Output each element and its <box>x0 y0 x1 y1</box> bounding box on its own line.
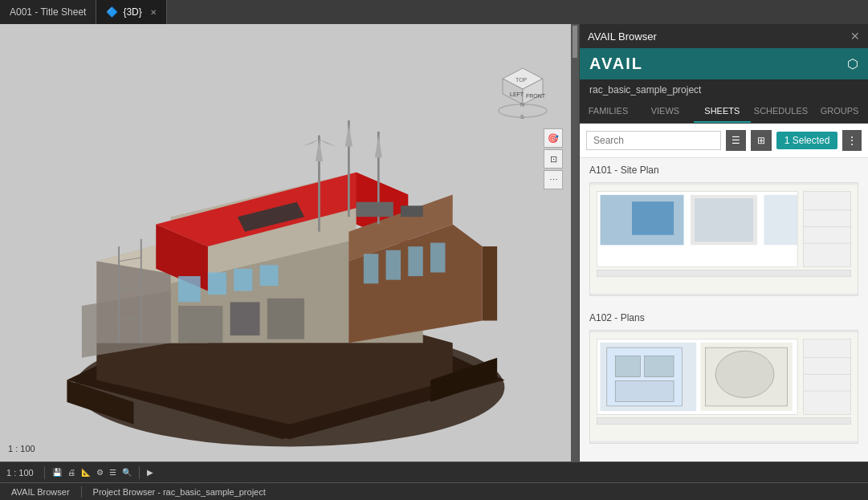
svg-text:LEFT: LEFT <box>510 91 524 97</box>
svg-rect-17 <box>208 272 226 295</box>
svg-rect-41 <box>357 202 393 217</box>
toolbar-icons: 💾 🖨 📐 ⚙ ☰ 🔍 <box>51 467 133 478</box>
svg-marker-32 <box>375 136 382 158</box>
save-icon[interactable]: 💾 <box>51 467 63 478</box>
nav-cube-svg: LEFT FRONT TOP S N <box>491 56 555 120</box>
scrollbar-thumb[interactable] <box>573 26 577 58</box>
sheet-a102-label: A102 - Plans <box>580 306 868 327</box>
zoom-fit-btn[interactable]: ⊡ <box>544 149 563 169</box>
scale-indicator: 1 : 100 <box>8 444 35 453</box>
svg-rect-72 <box>645 356 674 376</box>
sheet-a102-thumbnail[interactable]: 2 <box>589 330 858 444</box>
sheet-a102-preview <box>590 331 858 443</box>
status-project-browser[interactable]: Project Browser - rac_basic_sample_proje… <box>88 487 271 497</box>
zoom-target-btn[interactable]: 🎯 <box>544 128 563 148</box>
status-avail-browser[interactable]: AVAIL Browser <box>6 487 75 497</box>
tab-3d-view[interactable]: 🔷 {3D} ✕ <box>96 0 166 24</box>
svg-rect-34 <box>230 302 260 335</box>
tab-sheets[interactable]: SHEETS <box>694 100 751 123</box>
avail-header: AVAIL ⬡ <box>580 48 868 79</box>
svg-marker-26 <box>316 139 323 161</box>
svg-text:TOP: TOP <box>516 77 528 83</box>
svg-rect-58 <box>632 201 674 235</box>
svg-text:N: N <box>520 102 524 108</box>
svg-rect-22 <box>408 246 422 276</box>
tab-families[interactable]: FAMILIES <box>580 100 637 123</box>
svg-rect-73 <box>615 381 674 402</box>
avail-close-btn[interactable]: ✕ <box>850 30 860 43</box>
selected-badge: 1 Selected <box>776 132 838 149</box>
settings-icon[interactable]: ⚙ <box>95 467 105 478</box>
svg-rect-21 <box>386 250 401 280</box>
avail-logo: AVAIL <box>589 55 643 73</box>
svg-rect-18 <box>234 269 252 291</box>
nav-cube[interactable]: LEFT FRONT TOP S N <box>491 56 555 120</box>
sheet-a101-thumbnail[interactable]: 2 <box>589 182 858 296</box>
avail-panel: AVAIL Browser ✕ AVAIL ⬡ rac_basic_sample… <box>579 24 868 461</box>
more-options-btn[interactable]: ⋮ <box>842 130 862 151</box>
svg-marker-30 <box>345 124 352 147</box>
toolbar-divider-2 <box>139 466 140 479</box>
svg-rect-16 <box>178 276 201 302</box>
measure-icon[interactable]: 📐 <box>79 467 92 478</box>
search-row: ☰ ⊞ 1 Selected ⋮ <box>580 124 868 158</box>
svg-rect-19 <box>260 265 279 286</box>
svg-rect-20 <box>364 254 378 283</box>
sheet-a101-label: A101 - Site Plan <box>580 158 868 179</box>
svg-rect-56 <box>803 192 850 267</box>
toolbar-divider-1 <box>44 466 45 479</box>
svg-marker-28 <box>319 133 336 152</box>
svg-marker-27 <box>302 133 319 152</box>
avail-panel-title: AVAIL Browser <box>588 30 657 43</box>
viewport[interactable]: LEFT FRONT TOP S N 🎯 ⊡ ⋯ 1 : 100 <box>0 24 579 461</box>
layers-icon[interactable]: ☰ <box>108 467 118 478</box>
tab-views[interactable]: VIEWS <box>637 100 694 123</box>
tab-groups[interactable]: GROUPS <box>811 100 868 123</box>
status-divider <box>81 486 82 498</box>
3d-icon: 🔷 <box>106 6 118 18</box>
sheet-a101-preview <box>590 183 858 295</box>
content-area[interactable]: A101 - Site Plan 2 <box>580 158 868 461</box>
arrow-right-icon[interactable]: ▶ <box>145 467 155 478</box>
avail-export-icon[interactable]: ⬡ <box>847 56 858 71</box>
tab-close-icon[interactable]: ✕ <box>150 8 157 17</box>
3d-view-label: {3D} <box>123 6 141 18</box>
svg-rect-23 <box>430 243 445 273</box>
svg-rect-80 <box>597 418 850 425</box>
svg-rect-62 <box>597 270 850 277</box>
tab-schedules[interactable]: SCHEDULES <box>751 100 811 123</box>
svg-rect-33 <box>178 306 222 343</box>
svg-rect-71 <box>615 356 640 376</box>
viewport-controls: 🎯 ⊡ ⋯ <box>544 128 563 189</box>
search-input[interactable] <box>586 131 721 150</box>
title-sheet-label: A001 - Title Sheet <box>10 6 86 18</box>
status-bar: AVAIL Browser Project Browser - rac_basi… <box>0 482 868 500</box>
zoom-icon[interactable]: 🔍 <box>120 467 133 478</box>
svg-marker-15 <box>483 246 497 320</box>
main-content: LEFT FRONT TOP S N 🎯 ⊡ ⋯ 1 : 100 <box>0 24 868 461</box>
avail-tab-nav: FAMILIES VIEWS SHEETS SCHEDULES GROUPS <box>580 100 868 124</box>
svg-rect-61 <box>764 195 797 245</box>
scale-label: 1 : 100 <box>6 468 39 478</box>
list-view-btn[interactable]: ☰ <box>726 130 746 151</box>
grid-view-btn[interactable]: ⊞ <box>751 130 771 151</box>
zoom-more-btn[interactable]: ⋯ <box>544 170 563 189</box>
svg-point-76 <box>715 351 774 397</box>
svg-rect-35 <box>267 299 304 339</box>
svg-rect-60 <box>695 198 753 242</box>
print-icon[interactable]: 🖨 <box>66 467 77 478</box>
tab-title-sheet[interactable]: A001 - Title Sheet <box>0 0 96 24</box>
svg-text:FRONT: FRONT <box>526 93 546 99</box>
avail-title-bar: AVAIL Browser ✕ <box>580 24 868 48</box>
svg-rect-42 <box>401 205 423 217</box>
title-bar: A001 - Title Sheet 🔷 {3D} ✕ <box>0 0 868 24</box>
bottom-toolbar: 1 : 100 💾 🖨 📐 ⚙ ☰ 🔍 ▶ <box>0 461 868 482</box>
svg-rect-68 <box>803 339 850 415</box>
viewport-scrollbar[interactable] <box>571 24 579 461</box>
svg-text:S: S <box>520 114 524 120</box>
project-name: rac_basic_sample_project <box>580 79 868 100</box>
